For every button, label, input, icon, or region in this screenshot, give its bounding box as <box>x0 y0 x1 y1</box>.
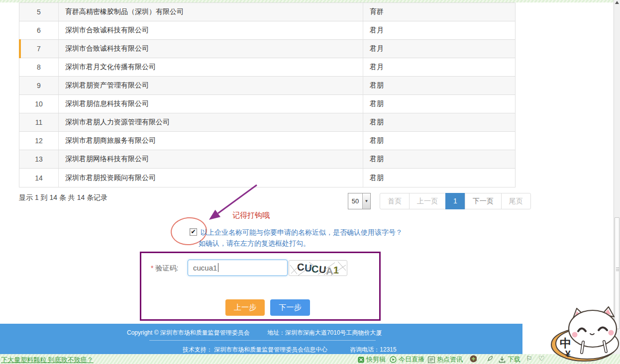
current-page-button[interactable]: 1 <box>445 193 465 209</box>
newspaper-icon <box>428 356 435 363</box>
table-row[interactable]: 9 深圳君朋资产管理有限公司 君朋 <box>19 77 515 95</box>
address-text: 地址：深圳市深南大道7010号工商物价大厦 <box>267 329 382 336</box>
trade-name: 君月 <box>363 40 515 58</box>
row-number: 9 <box>19 77 59 94</box>
captcha-noise-lines <box>289 261 347 276</box>
footer-divider <box>149 340 376 341</box>
next-page-button[interactable]: 下一页 <box>465 193 502 209</box>
plus-circle-icon <box>470 355 477 362</box>
report-button[interactable]: ⚐ <box>526 355 532 362</box>
company-name: 深圳市君月文化传播有限公司 <box>59 58 363 76</box>
page-footer: Copyright © 深圳市市场和质量监督管理委员会地址：深圳市深南大道701… <box>0 324 522 354</box>
flag-icon: ⚐ <box>526 355 532 362</box>
trade-name: 育群 <box>363 3 515 21</box>
row-number: 6 <box>19 21 59 39</box>
company-name: 深圳市君朋人力资源管理有限公司 <box>59 113 363 131</box>
row-number: 8 <box>19 58 59 76</box>
play-circle-icon <box>390 356 397 363</box>
confirm-text-line1: 以上企业名称可能与你要申请的名称近似，是否确认使用该字号？ <box>201 228 403 237</box>
table-row-selected[interactable]: 7 深圳市合致诚科技有限公司 君月 <box>19 40 515 58</box>
trade-name: 君朋 <box>363 169 515 187</box>
row-number: 11 <box>19 113 59 131</box>
company-name: 育群高精密橡胶制品（深圳）有限公司 <box>59 3 363 21</box>
captcha-input[interactable] <box>188 260 288 276</box>
tech-support-text: 技术支持： 深圳市市场和质量监督管理委员会信息中心 <box>183 346 327 353</box>
trade-name: 君朋 <box>363 113 515 131</box>
company-name: 深圳市合致诚科技有限公司 <box>59 40 363 58</box>
company-name: 深圳君朋资产管理有限公司 <box>59 77 363 94</box>
live-today-button[interactable]: 今日直播 <box>390 355 424 364</box>
table-row[interactable]: 5 育群高精密橡胶制品（深圳）有限公司 育群 <box>19 3 515 21</box>
news-ticker-link[interactable]: 下大量塑料颗粒 到底致不致癌？ <box>1 356 94 364</box>
download-icon <box>499 356 506 363</box>
table-row[interactable]: 14 深圳市君朋投资顾问有限公司 君朋 <box>19 169 515 187</box>
table-row[interactable]: 13 深圳君朋网络科技有限公司 君朋 <box>19 150 515 169</box>
text-caret <box>218 263 218 272</box>
trade-name: 君朋 <box>363 77 515 94</box>
records-summary: 显示 1 到 14 条 共 14 条记录 <box>19 193 107 202</box>
add-app-button[interactable] <box>470 355 477 362</box>
trade-name: 君朋 <box>363 132 515 150</box>
table-row[interactable]: 11 深圳市君朋人力资源管理有限公司 君朋 <box>19 113 515 132</box>
trade-name: 君朋 <box>363 95 515 113</box>
scroll-up-arrow-icon[interactable] <box>615 1 619 4</box>
download-button[interactable]: 下载 <box>499 355 520 364</box>
company-name: 深圳君朋网络科技有限公司 <box>59 150 363 168</box>
thumb-grip-line <box>616 269 619 270</box>
captcha-label-text: 验证码: <box>155 264 178 272</box>
company-name: 深圳市君朋商旅服务有限公司 <box>59 132 363 150</box>
row-number: 7 <box>19 40 59 58</box>
footer-line1: Copyright © 深圳市市场和质量监督管理委员会地址：深圳市深南大道701… <box>127 329 382 337</box>
last-page-button[interactable]: 尾页 <box>501 193 531 209</box>
row-number: 13 <box>19 150 59 168</box>
rocket-icon <box>486 355 493 362</box>
table-row[interactable]: 6 深圳市合致诚科技有限公司 君月 <box>19 21 515 40</box>
trade-name: 君朋 <box>363 150 515 168</box>
table-row[interactable]: 8 深圳市君月文化传播有限公司 君月 <box>19 58 515 77</box>
download-label: 下载 <box>508 355 520 364</box>
row-number: 12 <box>19 132 59 150</box>
cat-head <box>569 307 617 347</box>
row-number: 14 <box>19 169 59 187</box>
hot-news-button[interactable]: 热点资讯 <box>428 355 463 364</box>
table-row[interactable]: 12 深圳市君朋商旅服务有限公司 君朋 <box>19 132 515 150</box>
row-number: 5 <box>19 3 59 21</box>
confirm-checkbox[interactable]: ✔ <box>190 228 197 236</box>
previous-step-button[interactable]: 上一步 <box>225 299 265 316</box>
thumb-grip-line <box>616 271 619 271</box>
cat-mascot[interactable]: 中 ¥ <box>541 304 620 364</box>
hotline-text: 咨询电话：12315 <box>350 346 396 353</box>
pagination: 首页 上一页 1 下一页 尾页 <box>380 193 531 209</box>
row-number: 10 <box>19 95 59 113</box>
scissors-icon <box>357 356 364 363</box>
first-page-button[interactable]: 首页 <box>380 193 410 209</box>
prev-page-button[interactable]: 上一页 <box>409 193 446 209</box>
vertical-scrollbar[interactable] <box>614 0 620 354</box>
next-step-button[interactable]: 下一步 <box>270 299 310 316</box>
captcha-label: *验证码: <box>151 264 178 273</box>
page-size-value: 50 <box>348 197 362 205</box>
quick-clip-label: 快剪辑 <box>366 355 386 364</box>
required-asterisk: * <box>151 264 153 272</box>
trade-name: 君月 <box>363 58 515 76</box>
chevron-down-icon: ▼ <box>362 193 370 209</box>
booster-button[interactable] <box>486 355 493 362</box>
company-name: 深圳君朋信息科技有限公司 <box>59 95 363 113</box>
reminder-text: 记得打钩哦 <box>232 211 270 220</box>
similar-names-table: 5 育群高精密橡胶制品（深圳）有限公司 育群 6 深圳市合致诚科技有限公司 君月… <box>19 2 516 187</box>
live-today-label: 今日直播 <box>399 355 424 364</box>
company-name: 深圳市合致诚科技有限公司 <box>59 21 363 39</box>
confirm-text-line2: 如确认，请在左方的复选框处打勾。 <box>199 239 310 248</box>
page-size-select[interactable]: 50 ▼ <box>348 193 371 209</box>
mascot-currency-text: ¥ <box>565 349 571 359</box>
trade-name: 君月 <box>363 21 515 39</box>
thumb-grip-line <box>616 268 619 268</box>
quick-clip-button[interactable]: 快剪辑 <box>357 355 386 364</box>
captcha-image[interactable]: C U C U A 1 <box>289 260 347 276</box>
hot-news-label: 热点资讯 <box>437 355 463 364</box>
footer-line2: 技术支持： 深圳市市场和质量监督管理委员会信息中心咨询电话：12315 <box>183 346 397 354</box>
table-row[interactable]: 10 深圳君朋信息科技有限公司 君朋 <box>19 95 515 113</box>
browser-bottom-bar: 下大量塑料颗粒 到底致不致癌？ 快剪辑 今日直播 热点资讯 下载 <box>0 354 620 364</box>
copyright-text: Copyright © 深圳市市场和质量监督管理委员会 <box>127 329 250 336</box>
mascot-badge-text: 中 <box>560 337 571 350</box>
